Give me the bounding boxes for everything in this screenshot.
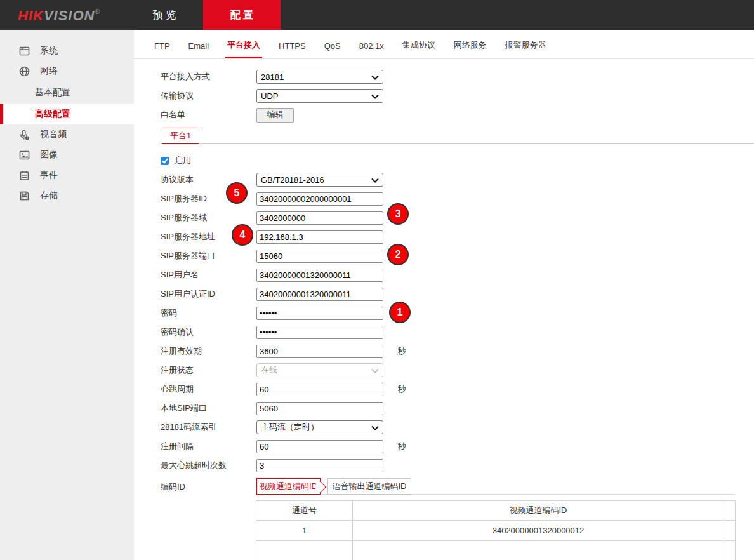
platform1-tab[interactable]: 平台1	[162, 128, 199, 144]
extra-cell	[724, 521, 736, 541]
hikvision-logo: HIKVISION®	[18, 8, 101, 24]
channel-no-header: 通道号	[256, 501, 353, 521]
register-status-label: 注册状态	[161, 364, 256, 376]
sip-server-id-input[interactable]	[256, 192, 383, 206]
sidebar-item-label: 基本配置	[35, 87, 70, 98]
local-sip-port-input[interactable]	[256, 402, 383, 415]
heartbeat-period-input[interactable]	[256, 383, 383, 396]
transport-select[interactable]: UDP	[256, 89, 383, 103]
tab-email[interactable]: Email	[187, 41, 211, 58]
tab-network-service[interactable]: 网络服务	[452, 39, 489, 58]
sidebar-item-label: 系统	[40, 45, 58, 57]
sidebar-item-label: 视音频	[40, 129, 67, 140]
sidebar-item-storage[interactable]: 存储	[0, 185, 134, 206]
sidebar-item-basic-config[interactable]: 基本配置	[0, 83, 134, 103]
chevron-down-icon	[371, 72, 379, 82]
nav-tab-configuration[interactable]: 配 置	[203, 0, 281, 30]
video-encoding-id-cell	[353, 541, 724, 560]
max-heartbeat-timeout-input[interactable]	[256, 459, 383, 472]
sip-auth-id-label: SIP用户认证ID	[161, 288, 256, 300]
encoding-id-label: 编码ID	[161, 481, 185, 493]
tab-ftp[interactable]: FTP	[152, 41, 172, 58]
sip-server-port-label: SIP服务器端口	[161, 250, 256, 262]
seconds-unit: 秒	[398, 345, 406, 357]
platform-access-form: 平台接入方式 28181 传输协议 UDP 白名单 编辑 平台1 启	[134, 60, 754, 560]
platform-group: 平台1	[134, 128, 754, 144]
password-confirm-input[interactable]	[256, 326, 383, 339]
tab-qos[interactable]: QoS	[322, 41, 343, 58]
sip-server-port-input[interactable]	[256, 250, 383, 263]
tab-platform-access[interactable]: 平台接入	[225, 39, 262, 58]
settings-tabstrip: FTP Email 平台接入 HTTPS QoS 802.1x 集成协议 网络服…	[134, 30, 754, 59]
access-type-select[interactable]: 28181	[256, 70, 383, 84]
whitelist-edit-button[interactable]: 编辑	[256, 108, 294, 123]
stream-index-label: 28181码流索引	[161, 422, 256, 433]
seconds-unit: 秒	[398, 383, 406, 395]
chevron-down-icon	[371, 366, 379, 375]
max-heartbeat-timeout-label: 最大心跳超时次数	[161, 460, 256, 471]
table-header-row: 通道号 视频通道编码ID	[256, 501, 736, 521]
protocol-version-select[interactable]: GB/T28181-2016	[256, 173, 383, 187]
annotation-marker-1: 1	[389, 302, 411, 323]
video-channel-encoding-tab[interactable]: 视频通道编码ID	[256, 478, 321, 495]
nav-tab-preview[interactable]: 预 览	[126, 0, 203, 30]
sidebar-item-event[interactable]: 事件	[0, 165, 134, 185]
heartbeat-period-label: 心跳周期	[161, 383, 256, 395]
logo-registered-mark: ®	[95, 8, 100, 15]
sidebar-item-label: 存储	[40, 190, 58, 201]
register-validity-input[interactable]	[256, 345, 383, 358]
enable-checkbox[interactable]	[161, 157, 169, 165]
tab-https[interactable]: HTTPS	[277, 41, 308, 58]
sidebar: 系统 网络 基本配置 高级配置 视音频 图像 事件 存储	[0, 30, 134, 560]
channel-no-cell: 1	[256, 521, 353, 541]
tab-alarm-server[interactable]: 报警服务器	[503, 39, 548, 58]
channel-encoding-table: 通道号 视频通道编码ID 1 34020000001320000012	[256, 500, 736, 560]
register-interval-label: 注册间隔	[161, 441, 256, 452]
transport-label: 传输协议	[161, 90, 256, 102]
annotation-marker-4: 4	[232, 224, 253, 246]
sip-username-input[interactable]	[256, 269, 383, 282]
annotation-marker-3: 3	[387, 203, 409, 225]
tab-integration-protocol[interactable]: 集成协议	[400, 39, 437, 58]
extra-col-header	[724, 501, 736, 521]
table-row[interactable]	[256, 541, 736, 560]
access-type-label: 平台接入方式	[161, 71, 256, 83]
sidebar-item-system[interactable]: 系统	[0, 41, 134, 61]
storage-icon	[19, 190, 30, 201]
sidebar-item-label: 网络	[40, 65, 58, 77]
channel-no-cell	[256, 541, 353, 560]
chevron-down-icon	[371, 91, 379, 101]
table-row[interactable]: 1 34020000001320000012	[256, 521, 736, 541]
sidebar-item-image[interactable]: 图像	[0, 145, 134, 165]
annotation-marker-5: 5	[226, 182, 248, 204]
enable-label: 启用	[175, 155, 191, 166]
window-icon	[19, 46, 30, 57]
sidebar-item-network[interactable]: 网络	[0, 61, 134, 81]
register-status-select: 在线	[256, 363, 383, 377]
sip-server-domain-input[interactable]	[256, 211, 383, 225]
sip-server-domain-label: SIP服务器域	[161, 212, 256, 223]
whitelist-label: 白名单	[161, 109, 256, 121]
extra-cell	[724, 541, 736, 560]
video-encoding-id-header: 视频通道编码ID	[353, 501, 724, 521]
mic-icon	[19, 130, 30, 140]
sip-server-address-input[interactable]	[256, 230, 383, 244]
video-encoding-id-cell: 34020000001320000012	[353, 521, 724, 541]
sidebar-item-advanced-config[interactable]: 高级配置	[0, 104, 134, 124]
top-bar: HIKVISION® 预 览 配 置	[0, 0, 754, 30]
local-sip-port-label: 本地SIP端口	[161, 403, 256, 414]
password-input[interactable]	[256, 307, 383, 320]
stream-index-select[interactable]: 主码流（定时）	[256, 420, 383, 434]
logo-hik: HIK	[18, 8, 44, 23]
register-interval-input[interactable]	[256, 440, 383, 453]
sidebar-item-video-audio[interactable]: 视音频	[0, 124, 134, 145]
sip-auth-id-input[interactable]	[256, 288, 383, 301]
image-icon	[19, 150, 30, 161]
sidebar-item-label: 事件	[40, 170, 58, 181]
register-validity-label: 注册有效期	[161, 345, 256, 357]
sidebar-item-label: 高级配置	[35, 109, 70, 120]
tab-8021x[interactable]: 802.1x	[357, 41, 386, 58]
seconds-unit: 秒	[398, 441, 406, 452]
logo-vision: VISION	[44, 8, 95, 23]
audio-output-encoding-tab[interactable]: 语音输出通道编码ID	[327, 478, 411, 495]
